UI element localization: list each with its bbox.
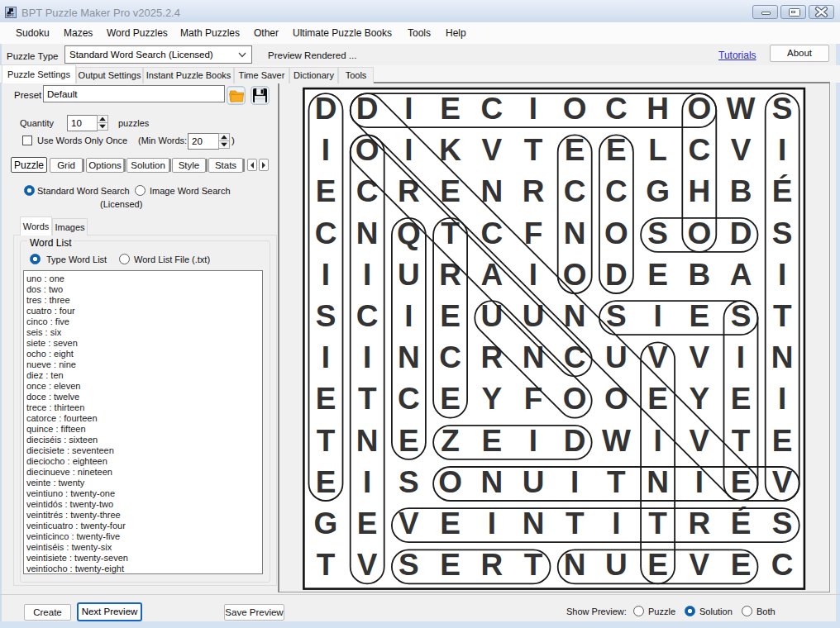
svg-text:R: R <box>688 507 710 540</box>
svg-text:B: B <box>688 258 710 292</box>
svg-text:I: I <box>322 133 330 167</box>
svg-text:I: I <box>529 258 537 292</box>
svg-text:E: E <box>357 507 378 540</box>
svg-text:V: V <box>689 340 709 374</box>
svg-text:C: C <box>605 92 628 126</box>
svg-text:W: W <box>727 92 756 126</box>
svg-text:I: I <box>529 424 537 458</box>
svg-text:I: I <box>404 133 413 167</box>
svg-text:C: C <box>688 133 710 167</box>
svg-text:O: O <box>604 216 628 250</box>
svg-text:Z: Z <box>441 424 460 458</box>
svg-text:T: T <box>648 507 667 540</box>
svg-text:É: É <box>731 507 752 540</box>
svg-text:V: V <box>772 465 793 499</box>
svg-text:E: E <box>689 299 709 333</box>
svg-text:C: C <box>356 174 379 208</box>
svg-text:V: V <box>481 133 502 167</box>
svg-text:B: B <box>730 174 752 208</box>
svg-text:N: N <box>564 548 586 582</box>
svg-text:C: C <box>398 382 420 416</box>
svg-text:O: O <box>687 216 711 250</box>
svg-text:S: S <box>647 216 668 250</box>
svg-text:E: E <box>481 424 502 458</box>
svg-text:E: E <box>440 548 461 582</box>
svg-text:E: E <box>731 548 752 582</box>
svg-text:É: É <box>772 174 793 208</box>
svg-text:T: T <box>732 424 751 458</box>
svg-text:E: E <box>316 465 336 499</box>
svg-text:D: D <box>315 92 337 126</box>
svg-text:N: N <box>647 465 669 499</box>
svg-text:C: C <box>480 92 503 126</box>
svg-text:W: W <box>602 424 631 458</box>
svg-text:S: S <box>399 465 419 499</box>
svg-text:U: U <box>605 340 628 374</box>
svg-text:V: V <box>731 133 752 167</box>
svg-text:I: I <box>570 465 579 499</box>
svg-text:N: N <box>480 465 503 499</box>
svg-text:A: A <box>480 258 503 292</box>
svg-text:C: C <box>771 548 794 582</box>
svg-text:V: V <box>399 507 419 540</box>
svg-text:T: T <box>317 548 336 582</box>
svg-text:S: S <box>316 299 336 333</box>
svg-text:D: D <box>356 92 379 126</box>
svg-text:E: E <box>440 507 461 540</box>
svg-text:L: L <box>648 133 667 167</box>
svg-text:O: O <box>563 92 587 126</box>
svg-text:N: N <box>356 424 379 458</box>
svg-text:E: E <box>316 382 336 416</box>
svg-text:T: T <box>773 299 792 333</box>
svg-text:D: D <box>564 424 586 458</box>
svg-text:C: C <box>564 174 586 208</box>
svg-text:C: C <box>605 174 628 208</box>
svg-text:I: I <box>612 507 620 540</box>
svg-text:C: C <box>356 299 379 333</box>
svg-text:F: F <box>524 382 543 416</box>
svg-text:V: V <box>689 424 709 458</box>
svg-text:T: T <box>566 507 585 540</box>
svg-text:I: I <box>529 92 537 126</box>
svg-text:U: U <box>523 465 545 499</box>
svg-text:T: T <box>524 133 543 167</box>
svg-text:I: I <box>653 299 661 333</box>
svg-text:T: T <box>607 465 626 499</box>
svg-text:E: E <box>772 424 793 458</box>
svg-text:H: H <box>647 92 669 126</box>
svg-text:C: C <box>315 216 337 250</box>
svg-text:N: N <box>523 340 545 374</box>
svg-text:G: G <box>646 174 670 208</box>
svg-text:E: E <box>731 465 752 499</box>
svg-text:R: R <box>398 174 420 208</box>
svg-text:U: U <box>605 548 628 582</box>
svg-text:I: I <box>363 258 371 292</box>
svg-text:V: V <box>357 548 378 582</box>
svg-text:I: I <box>322 340 330 374</box>
svg-text:R: R <box>439 258 461 292</box>
svg-text:D: D <box>730 216 752 250</box>
svg-text:E: E <box>565 133 585 167</box>
svg-text:R: R <box>523 174 545 208</box>
svg-text:E: E <box>399 424 419 458</box>
svg-text:I: I <box>404 299 413 333</box>
svg-text:S: S <box>772 507 793 540</box>
svg-text:I: I <box>778 258 786 292</box>
svg-text:I: I <box>778 382 786 416</box>
svg-text:N: N <box>771 340 794 374</box>
svg-text:E: E <box>606 133 627 167</box>
svg-text:H: H <box>688 174 710 208</box>
svg-text:Q: Q <box>397 216 421 250</box>
svg-text:R: R <box>480 340 503 374</box>
svg-text:U: U <box>480 299 503 333</box>
svg-text:E: E <box>440 382 461 416</box>
svg-text:I: I <box>404 92 413 126</box>
svg-text:S: S <box>772 216 793 250</box>
svg-text:E: E <box>731 382 752 416</box>
svg-text:R: R <box>480 548 503 582</box>
svg-text:T: T <box>441 216 460 250</box>
svg-text:I: I <box>778 133 786 167</box>
svg-text:V: V <box>689 548 709 582</box>
svg-text:T: T <box>358 382 377 416</box>
svg-text:G: G <box>314 507 338 540</box>
